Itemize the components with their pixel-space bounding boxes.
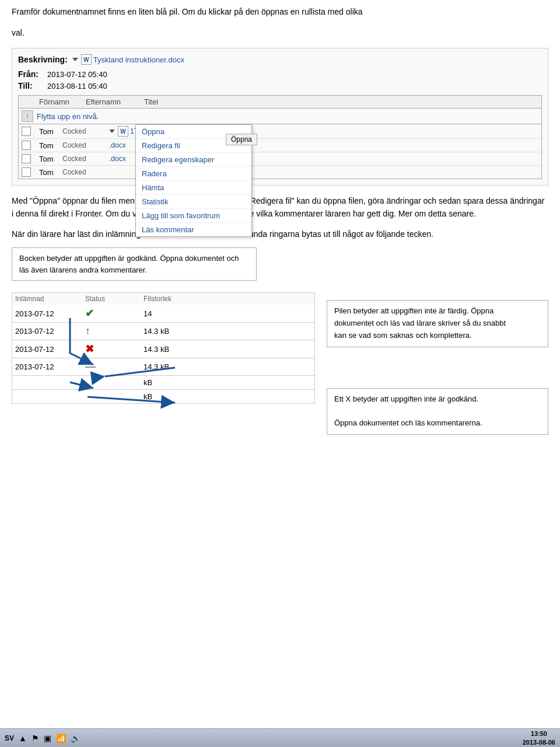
row-fornamn-2: Tom — [39, 141, 62, 150]
menu-item-lagg-till[interactable]: Lägg till som favoritrum — [136, 209, 251, 223]
menu-item-hamta[interactable]: Hämta — [136, 181, 251, 195]
callout-top-box: Bocken betyder att uppgiften är godkänd.… — [12, 247, 257, 281]
sr-inlamnad-4: 2013-07-12 — [15, 362, 85, 371]
context-menu: Öppna Redigera fil Öppna Redigera egensk… — [135, 124, 252, 237]
status-icon-arrow-up: ↑ — [85, 325, 90, 337]
till-value: 2013-08-11 05:40 — [47, 82, 107, 90]
row-checkbox-4[interactable] — [22, 167, 31, 177]
th-fornamn: Förnamn — [39, 97, 86, 106]
row-fornamn-3: Tom — [39, 155, 62, 163]
till-label: Till: — [18, 81, 47, 90]
sr-filstorlek-2: 14.3 kB — [144, 327, 202, 336]
beskrivning-row: Beskrivning: W Tyskland instruktioner.do… — [18, 54, 542, 65]
menu-item-redigera-fil[interactable]: Redigera fil Öppna — [136, 139, 251, 153]
status-row-6: kB — [12, 390, 315, 404]
taskbar-disk-icon: ▣ — [44, 734, 51, 743]
status-table-header: Inlämnad Status Filstorlek — [12, 292, 315, 305]
callout-right-2-line1: Ett X betyder att uppgiften inte är godk… — [334, 395, 478, 403]
table-row: Tom Cocked W 1Tyskland aeografi.docx Öpp… — [19, 124, 541, 139]
callout-right-1-line3: kan se vad som saknas och komplettera. — [334, 331, 472, 340]
callout-top-text: Bocken betyder att uppgiften är godkänd.… — [19, 254, 239, 274]
row-checkbox-3[interactable] — [22, 154, 31, 163]
move-up-icon: ↑ — [22, 110, 33, 122]
status-row-5: kB — [12, 376, 315, 390]
table-row: Tom Cocked .docx — [19, 152, 541, 166]
move-up-row[interactable]: ↑ Flytta upp en nivå. — [19, 109, 541, 124]
sr-inlamnad-3: 2013-07-12 — [15, 345, 85, 354]
status-row-1: 2013-07-12 ✔ 14 — [12, 305, 315, 323]
sr-filstorlek-6: kB — [144, 392, 202, 401]
status-icon-x: ✖ — [85, 343, 94, 355]
sh-status: Status — [85, 295, 144, 303]
taskbar-left: SV ▲ ⚑ ▣ 📶 🔊 — [5, 734, 80, 743]
move-up-link[interactable]: Flytta upp en nivå. — [37, 112, 99, 121]
file-name-3: .docx — [109, 155, 126, 163]
sr-status-1: ✔ — [85, 307, 144, 320]
taskbar-flag-icon: ⚑ — [32, 734, 39, 743]
taskbar-network-icon: 📶 — [56, 734, 66, 743]
paragraph-2: När din lärare har läst din inlämning oc… — [12, 228, 548, 240]
callout-right-1-line1: Pilen betyder att uppgiften inte är färd… — [334, 306, 494, 315]
table-header: Förnamn Efternamn Titel — [19, 96, 541, 109]
row-fornamn-1: Tom — [39, 127, 62, 136]
fran-label: Från: — [18, 69, 47, 79]
file-dropdown-arrow-1[interactable] — [109, 130, 115, 133]
document-link[interactable]: Tyskland instruktioner.docx — [93, 55, 184, 64]
sr-filstorlek-3: 14.3 kB — [144, 345, 202, 354]
sr-filstorlek-4: 14.3 kB — [144, 362, 202, 371]
menu-item-statistik[interactable]: Statistik — [136, 195, 251, 209]
menu-item-redigera-egenskaper[interactable]: Redigera egenskaper — [136, 153, 251, 167]
status-row-4: 2013-07-12 — 14.3 kB — [12, 358, 315, 376]
taskbar-speaker-icon: ▲ — [19, 734, 27, 743]
callout-right-1: Pilen betyder att uppgiften inte är färd… — [327, 300, 548, 347]
callout-right-2-line3: Öppna dokumentet och läs kommentarerna. — [334, 418, 482, 427]
sh-filstorlek: Filstorlek — [144, 295, 202, 303]
persons-table: Förnamn Efternamn Titel ↑ Flytta upp en … — [18, 95, 542, 179]
row-checkbox-1[interactable] — [22, 127, 31, 136]
sr-status-4: — — [85, 361, 144, 373]
sr-status-2: ↑ — [85, 325, 144, 337]
taskbar-date: 2013-08-06 — [523, 738, 555, 746]
word-icon: W — [81, 54, 92, 65]
menu-item-radera[interactable]: Radera — [136, 167, 251, 181]
sr-filstorlek-5: kB — [144, 378, 202, 387]
beskrivning-label: Beskrivning: — [18, 55, 68, 64]
fran-row: Från: 2013-07-12 05:40 — [18, 69, 542, 79]
row-checkbox-2[interactable] — [22, 141, 31, 150]
taskbar-time: 13:50 2013-08-06 — [523, 729, 555, 746]
status-table: Inlämnad Status Filstorlek 2013-07-12 ✔ … — [12, 292, 315, 404]
taskbar-right: 13:50 2013-08-06 — [523, 729, 555, 746]
status-icon-check: ✔ — [85, 307, 94, 320]
row-efternamn-4: Cocked — [62, 168, 109, 176]
till-row: Till: 2013-08-11 05:40 — [18, 81, 542, 90]
taskbar-clock: 13:50 — [523, 729, 555, 738]
intro-line1: Framför dokumentnamnet finns en liten bl… — [12, 6, 548, 18]
sr-filstorlek-1: 14 — [144, 309, 202, 318]
menu-item-redigera-fil-label: Redigera fil — [142, 141, 180, 150]
table-row: Tom Cocked .docx — [19, 139, 541, 152]
taskbar: SV ▲ ⚑ ▣ 📶 🔊 13:50 2013-08-06 — [0, 728, 560, 747]
th-efternamn: Efternamn — [86, 97, 144, 106]
sr-status-3: ✖ — [85, 343, 144, 355]
callout-right-2: Ett X betyder att uppgiften inte är godk… — [327, 388, 548, 435]
file-word-icon-1: W — [118, 126, 128, 137]
row-efternamn-3: Cocked — [62, 155, 109, 163]
callout-right-1-line2: dokumentet och läs vad lärare skriver så… — [334, 319, 506, 327]
row-efternamn-1: Cocked — [62, 127, 109, 135]
row-efternamn-2: Cocked — [62, 141, 109, 149]
menu-item-las-kommentar[interactable]: Läs kommentar — [136, 223, 251, 236]
status-icon-dash: — — [85, 361, 96, 373]
paragraph-1: Med "Öppna" öppnar du filen men kan inte… — [12, 194, 548, 221]
file-name-2: .docx — [109, 141, 126, 149]
intro-line2: val. — [12, 27, 548, 39]
status-row-2: 2013-07-12 ↑ 14.3 kB — [12, 323, 315, 340]
dropdown-arrow-icon[interactable] — [72, 58, 78, 61]
row-fornamn-4: Tom — [39, 168, 62, 177]
taskbar-lang: SV — [5, 734, 14, 742]
table-row: Tom Cocked — [19, 166, 541, 179]
th-checkbox — [22, 97, 39, 106]
sr-inlamnad-2: 2013-07-12 — [15, 327, 85, 336]
th-titel: Titel — [144, 97, 538, 106]
oppna-button[interactable]: Öppna — [226, 134, 257, 145]
taskbar-volume-icon: 🔊 — [71, 734, 80, 743]
